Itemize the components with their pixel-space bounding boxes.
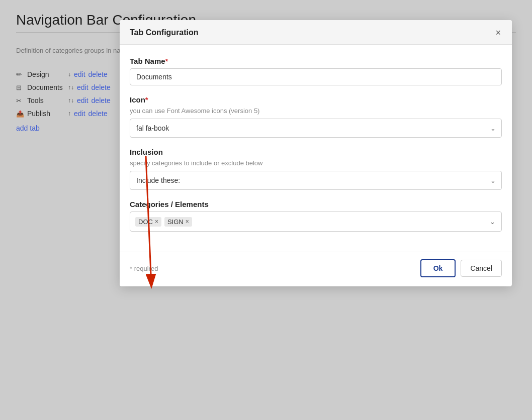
modal-body: Tab Name* Icon* you can use Font Awesome… (120, 45, 512, 252)
modal-header: Tab Configuration × (120, 20, 512, 45)
page-wrapper: Navigation Bar Configuration Definition … (0, 0, 532, 420)
categories-group: Categories / Elements DOC × SIGN × ⌄ (130, 200, 502, 232)
modal-overlay: Tab Configuration × Tab Name* Icon* you … (0, 0, 532, 420)
inclusion-hint: specify categories to include or exclude… (130, 159, 502, 167)
icon-label: Icon* (130, 95, 502, 104)
tab-name-label: Tab Name* (130, 57, 502, 65)
required-note: * required (130, 265, 158, 272)
modal-close-button[interactable]: × (494, 28, 502, 37)
inclusion-group: Inclusion specify categories to include … (130, 148, 502, 190)
cancel-button[interactable]: Cancel (461, 260, 502, 277)
icon-select[interactable]: fal fa-book (130, 119, 502, 138)
tab-configuration-modal: Tab Configuration × Tab Name* Icon* you … (120, 20, 512, 286)
inclusion-select-wrapper: Include these: ⌄ (130, 171, 502, 190)
ok-button[interactable]: Ok (420, 259, 456, 277)
tag-sign: SIGN × (164, 217, 192, 227)
categories-chevron-icon: ⌄ (490, 218, 495, 226)
inclusion-select[interactable]: Include these: (130, 171, 502, 190)
tag-doc: DOC × (135, 217, 161, 227)
tab-name-group: Tab Name* (130, 57, 502, 85)
icon-group: Icon* you can use Font Awesome icons (ve… (130, 95, 502, 138)
categories-tags-container[interactable]: DOC × SIGN × ⌄ (130, 212, 502, 232)
tag-doc-remove[interactable]: × (155, 219, 158, 225)
modal-title: Tab Configuration (130, 28, 199, 37)
modal-footer: * required Ok Cancel (120, 252, 512, 286)
tag-sign-remove[interactable]: × (186, 219, 189, 225)
inclusion-label: Inclusion (130, 148, 502, 156)
tab-name-input[interactable] (130, 68, 502, 85)
categories-label: Categories / Elements (130, 200, 502, 208)
icon-hint: you can use Font Awesome icons (version … (130, 107, 502, 115)
icon-select-wrapper: fal fa-book ⌄ (130, 119, 502, 138)
